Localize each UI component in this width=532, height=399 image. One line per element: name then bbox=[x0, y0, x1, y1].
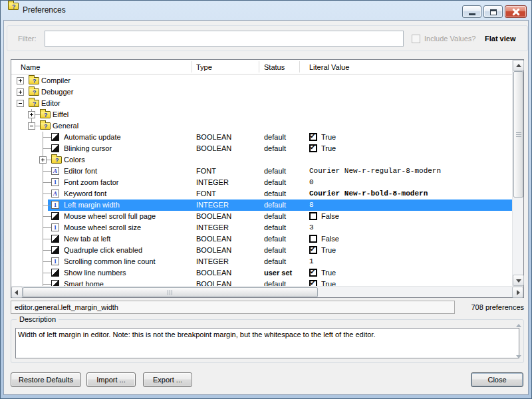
vertical-scrollbar[interactable] bbox=[512, 60, 523, 286]
column-divider[interactable] bbox=[192, 61, 192, 72]
value-checkbox[interactable] bbox=[309, 280, 317, 286]
expand-toggle-minus-icon[interactable] bbox=[17, 100, 24, 107]
boolean-icon bbox=[51, 280, 59, 286]
tree-row-editor-font[interactable]: Editor fontFONTdefaultCourier New-r-regu… bbox=[11, 166, 512, 177]
row-name: Keyword font bbox=[64, 188, 106, 200]
row-value: 3 bbox=[309, 222, 314, 233]
expand-toggle-plus-icon[interactable] bbox=[17, 77, 24, 84]
grid-rows: CompilerDebuggerEditorEiffelGeneralAutom… bbox=[11, 75, 512, 286]
tree-row-scrolling-common-line-count[interactable]: Scrolling common line countINTEGERdefaul… bbox=[11, 256, 512, 267]
titlebar[interactable]: Preferences bbox=[1, 1, 531, 20]
scroll-up-button[interactable] bbox=[513, 60, 524, 71]
column-divider[interactable] bbox=[299, 61, 300, 72]
row-status: default bbox=[264, 143, 286, 154]
row-type: INTEGER bbox=[196, 177, 229, 188]
description-title: Description bbox=[17, 315, 59, 325]
tree-row-mouse-wheel-scroll-full-page[interactable]: Mouse wheel scroll full pageBOOLEANdefau… bbox=[11, 211, 512, 222]
description-scroll-up-icon[interactable] bbox=[516, 324, 521, 327]
tree-row-mouse-wheel-scroll-size[interactable]: Mouse wheel scroll sizeINTEGERdefault3 bbox=[11, 222, 512, 233]
value-checkbox[interactable] bbox=[309, 235, 317, 243]
scroll-right-button[interactable] bbox=[512, 287, 523, 298]
scroll-left-button[interactable] bbox=[11, 287, 23, 298]
close-button[interactable]: Close bbox=[471, 372, 523, 387]
row-type: BOOLEAN bbox=[196, 143, 231, 154]
folder-icon bbox=[40, 111, 51, 118]
row-status: default bbox=[264, 166, 286, 177]
row-name: Mouse wheel scroll full page bbox=[64, 211, 156, 222]
row-value: True bbox=[321, 245, 336, 256]
arrow-down-icon bbox=[516, 279, 521, 283]
column-header-type[interactable]: Type bbox=[196, 60, 212, 74]
row-value: 0 bbox=[309, 177, 314, 188]
flat-view-button[interactable]: Flat view bbox=[485, 26, 515, 52]
tree-row-compiler[interactable]: Compiler bbox=[11, 75, 512, 86]
row-name: Smart home bbox=[64, 279, 104, 286]
tree-row-left-margin-width[interactable]: Left margin widthINTEGERdefault8 bbox=[11, 200, 512, 211]
import-button[interactable]: Import ... bbox=[86, 372, 136, 387]
tree-row-keyword-font[interactable]: Keyword fontFONTdefaultCourier New-r-bol… bbox=[11, 188, 512, 200]
expand-toggle-plus-icon[interactable] bbox=[28, 111, 35, 118]
preferences-icon bbox=[8, 3, 19, 10]
integer-icon bbox=[51, 178, 59, 186]
row-status: default bbox=[264, 233, 286, 245]
expand-toggle-plus-icon[interactable] bbox=[39, 156, 47, 164]
row-value: Courier New-r-regular-8-modern bbox=[309, 166, 441, 177]
row-value: True bbox=[321, 143, 336, 154]
filter-input[interactable] bbox=[45, 31, 404, 47]
tree-row-general[interactable]: General bbox=[11, 120, 512, 132]
tree-row-debugger[interactable]: Debugger bbox=[11, 86, 512, 98]
tree-row-colors[interactable]: Colors bbox=[11, 154, 512, 166]
row-value: 1 bbox=[309, 256, 314, 267]
row-value: False bbox=[321, 211, 339, 222]
row-type: BOOLEAN bbox=[196, 132, 231, 143]
column-divider[interactable] bbox=[259, 61, 259, 72]
tree-row-editor[interactable]: Editor bbox=[11, 98, 512, 109]
tree-row-blinking-cursor[interactable]: Blinking cursorBOOLEANdefaultTrue bbox=[11, 143, 512, 154]
tree-row-font-zoom-factor[interactable]: Font zoom factorINTEGERdefault0 bbox=[11, 177, 512, 188]
maximize-button[interactable] bbox=[483, 5, 503, 18]
tree-row-automatic-update[interactable]: Automatic updateBOOLEANdefaultTrue bbox=[11, 132, 512, 143]
horizontal-scroll-thumb[interactable] bbox=[23, 287, 318, 297]
row-name: General bbox=[53, 120, 78, 132]
dialog-client-area: Filter: Include Values? Flat view Name T… bbox=[3, 20, 529, 395]
tree-row-show-line-numbers[interactable]: Show line numbersBOOLEANuser setTrue bbox=[11, 267, 512, 279]
row-name: Colors bbox=[64, 154, 85, 166]
close-window-button[interactable] bbox=[505, 5, 527, 18]
row-status: default bbox=[264, 211, 286, 222]
tree-row-smart-home[interactable]: Smart homeBOOLEANdefaultTrue bbox=[11, 279, 512, 286]
restore-defaults-button[interactable]: Restore Defaults bbox=[11, 372, 81, 387]
include-values-checkbox[interactable] bbox=[412, 35, 420, 43]
row-type: BOOLEAN bbox=[196, 279, 231, 286]
row-type: BOOLEAN bbox=[196, 267, 231, 279]
boolean-icon bbox=[51, 269, 59, 277]
column-header-status[interactable]: Status bbox=[264, 60, 285, 74]
expand-toggle-minus-icon[interactable] bbox=[28, 122, 35, 130]
tree-row-new-tab-at-left[interactable]: New tab at leftBOOLEANdefaultFalse bbox=[11, 233, 512, 245]
value-checkbox[interactable] bbox=[309, 246, 317, 254]
tree-row-eiffel[interactable]: Eiffel bbox=[11, 109, 512, 120]
description-scroll-down-icon[interactable] bbox=[516, 355, 521, 358]
value-checkbox[interactable] bbox=[309, 133, 317, 141]
row-value: Courier New-r-bold-8-modern bbox=[309, 188, 428, 200]
integer-icon bbox=[51, 201, 59, 209]
description-text: Width of left margin in editor. Note: th… bbox=[15, 328, 519, 358]
expand-toggle-plus-icon[interactable] bbox=[17, 88, 24, 96]
row-name: Automatic update bbox=[64, 132, 121, 143]
value-checkbox[interactable] bbox=[309, 269, 317, 277]
tree-row-quadruple-click-enabled[interactable]: Quadruple click enabledBOOLEANdefaultTru… bbox=[11, 245, 512, 256]
scroll-down-button[interactable] bbox=[513, 275, 524, 286]
column-header-literal-value[interactable]: Literal Value bbox=[309, 60, 349, 74]
horizontal-scrollbar[interactable] bbox=[11, 286, 523, 297]
selected-preference-path: editor.general.left_margin_width bbox=[11, 301, 455, 314]
minimize-button[interactable] bbox=[462, 5, 481, 18]
preferences-count: 708 preferences bbox=[447, 301, 527, 314]
row-value: True bbox=[321, 279, 336, 286]
vertical-scroll-thumb[interactable] bbox=[513, 71, 523, 198]
column-header-name[interactable]: Name bbox=[21, 60, 40, 74]
value-checkbox[interactable] bbox=[309, 144, 317, 152]
value-checkbox[interactable] bbox=[309, 212, 317, 220]
export-button[interactable]: Export ... bbox=[143, 372, 192, 387]
font-icon bbox=[51, 167, 59, 175]
row-value: False bbox=[321, 233, 339, 245]
row-name: Font zoom factor bbox=[64, 177, 119, 188]
